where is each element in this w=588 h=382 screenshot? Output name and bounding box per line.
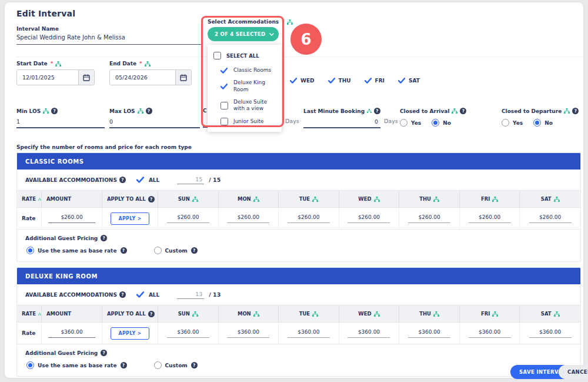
check-icon [328,78,335,84]
start-date-field: Start Date* 12/01/2025 [16,61,95,85]
weekday-fri[interactable]: FRI [365,78,385,84]
dropdown-item-classic-rooms[interactable]: Classic Rooms [208,64,282,77]
accommodations-dropdown-button[interactable]: 2 OF 4 SELECTED [208,27,279,41]
check-icon[interactable] [136,291,144,298]
dropdown-item-deluxe-suite[interactable]: Deluxe Suite with a view [208,96,282,115]
help-icon[interactable]: ? [148,311,155,317]
tue-rate-input[interactable]: $260.00 [288,214,330,223]
min-los-input[interactable]: 1 [16,117,105,128]
departure-no-radio[interactable] [533,119,541,127]
help-icon[interactable]: ? [119,177,126,183]
help-icon[interactable]: ? [119,291,126,298]
available-accommodations-label: AVAILABLE ACCOMMODATIONS [25,292,117,298]
additional-guest-pricing-label: Additional Guest Pricing [25,235,98,241]
sitemap-icon [554,311,560,317]
sun-rate-input[interactable]: $260.00 [167,214,209,223]
sat-rate-input[interactable]: $260.00 [529,214,572,223]
edit-interval-page: Edit Interval Interval Name Special Wedd… [0,0,588,382]
calendar-icon[interactable] [175,70,191,85]
base-rate-radio[interactable] [26,247,34,254]
help-icon[interactable]: ? [101,235,107,241]
help-icon[interactable]: ? [121,362,127,368]
step-number-badge: 6 [290,24,322,55]
arrival-yes-label: Yes [411,120,421,126]
sat-rate-input[interactable]: $360.00 [529,329,572,338]
rate-row-label: Rate [17,323,42,344]
arrival-yes-radio[interactable] [400,119,407,127]
room-title: CLASSIC ROOMS [25,158,84,165]
available-count-input[interactable]: 13 [177,291,204,299]
checkbox-icon [213,52,221,59]
check-icon[interactable] [136,177,144,183]
max-los-field: Max LOS ? 0 [109,108,200,128]
check-icon [398,78,405,84]
room-title: DELUXE KING ROOM [25,273,98,280]
mon-rate-input[interactable]: $360.00 [227,329,269,338]
help-icon[interactable]: ? [51,108,58,114]
help-icon[interactable]: ? [121,247,127,254]
custom-radio[interactable] [154,361,162,369]
available-count-input[interactable]: 15 [177,176,204,184]
required-asterisk: * [51,61,54,67]
help-icon[interactable]: ? [191,362,198,368]
tue-rate-input[interactable]: $360.00 [288,329,330,338]
sitemap-icon [287,19,293,25]
weekday-wed[interactable]: WED [290,78,315,84]
arrival-no-radio[interactable] [432,119,439,127]
weekday-sat[interactable]: SAT [398,78,420,84]
apply-to-all-button[interactable]: APPLY > [111,327,149,340]
help-icon[interactable]: ? [101,350,107,356]
end-date-input[interactable]: 05/24/2026 [109,69,192,85]
start-date-label: Start Date [16,61,48,67]
interval-name-label: Interval Name [16,26,59,32]
sitemap-icon [55,61,61,67]
last-minute-booking-input[interactable]: 0 [303,117,380,128]
thu-rate-input[interactable]: $360.00 [408,329,450,338]
base-rate-radio[interactable] [26,361,34,369]
day-header-wed: WED [358,196,371,202]
mon-rate-input[interactable]: $260.00 [227,214,269,223]
start-date-input[interactable]: 12/01/2025 [16,69,95,85]
check-icon [220,68,228,74]
cancel-button[interactable]: CANCEL [559,365,588,379]
sun-rate-input[interactable]: $360.00 [167,329,209,338]
amount-input[interactable]: $360.00 [48,329,95,338]
amount-header: AMOUNT [46,311,71,317]
help-icon[interactable]: ? [146,108,152,114]
weekday-label: THU [339,78,351,84]
check-icon [365,78,372,84]
apply-to-all-button[interactable]: APPLY > [111,212,149,225]
departure-yes-radio[interactable] [502,119,509,127]
cutoff-days-suffix: Days [285,118,299,124]
wed-rate-input[interactable]: $260.00 [348,214,390,223]
weekday-label: SAT [409,78,420,84]
calendar-icon[interactable] [78,70,94,85]
max-los-input[interactable]: 0 [109,117,200,128]
dropdown-item-deluxe-king-room[interactable]: Deluxe King Room [208,77,282,96]
day-header-fri: FRI [481,196,490,202]
help-icon[interactable]: ? [460,108,466,114]
select-all-option[interactable]: SELECT ALL [208,49,282,64]
fri-rate-input[interactable]: $260.00 [469,214,511,223]
fri-rate-input[interactable]: $360.00 [469,329,511,338]
required-asterisk: * [139,61,142,67]
help-icon[interactable]: ? [191,247,198,254]
help-icon[interactable]: ? [374,108,380,114]
sitemap-icon [145,61,151,67]
wed-rate-input[interactable]: $360.00 [348,329,390,338]
custom-radio[interactable] [154,247,162,254]
help-icon[interactable]: ? [148,196,155,202]
sitemap-icon [43,108,49,114]
dropdown-item-label: Classic Rooms [233,67,271,74]
thu-rate-input[interactable]: $260.00 [408,214,450,223]
help-icon[interactable]: ? [572,108,579,114]
day-header-tue: TUE [299,196,310,202]
dropdown-item-junior-suite[interactable]: Junior Suite [208,115,282,128]
interval-name-input[interactable]: Special Wedding Rate John & Melissa [16,34,202,45]
amount-input[interactable]: $260.00 [48,214,95,223]
sitemap-icon [367,108,372,114]
min-los-field: Min LOS ? 1 [16,108,105,128]
weekday-thu[interactable]: THU [328,78,351,84]
cutoff-label: C [203,108,207,114]
sitemap-icon [38,197,41,202]
